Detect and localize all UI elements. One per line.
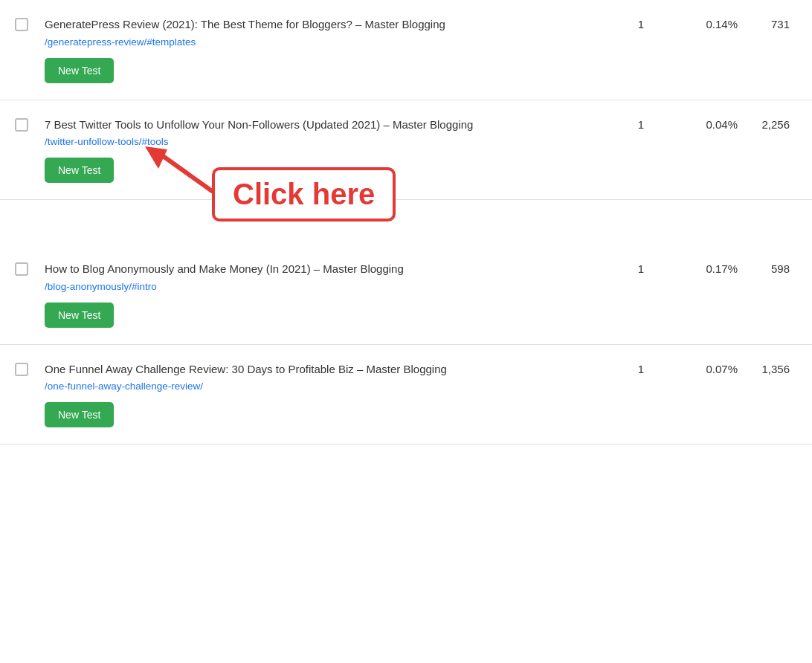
page-url[interactable]: /twitter-unfollow-tools/#tools xyxy=(45,136,611,147)
impressions-value: 2,256 xyxy=(738,117,797,131)
new-test-button[interactable]: New Test xyxy=(45,402,114,427)
checkbox-cell xyxy=(15,261,45,279)
row-checkbox[interactable] xyxy=(15,18,28,31)
impressions-value: 1,356 xyxy=(738,361,797,375)
impressions-value: 598 xyxy=(738,261,797,275)
table-row: How to Blog Anonymously and Make Money (… xyxy=(0,245,812,345)
title-cell: How to Blog Anonymously and Make Money (… xyxy=(45,261,611,328)
checkbox-cell xyxy=(15,361,45,379)
impressions-value: 731 xyxy=(738,16,797,30)
page-url[interactable]: /blog-anonymously/#intro xyxy=(45,281,611,292)
clicks-value: 1 xyxy=(611,16,671,30)
row-checkbox[interactable] xyxy=(15,363,28,376)
ctr-value: 0.07% xyxy=(671,361,738,375)
new-test-button[interactable]: New Test xyxy=(45,158,114,183)
page-url[interactable]: /generatepress-review/#templates xyxy=(45,36,611,48)
page-url[interactable]: /one-funnel-away-challenge-review/ xyxy=(45,381,611,392)
clicks-value: 1 xyxy=(611,261,671,275)
title-cell: One Funnel Away Challenge Review: 30 Day… xyxy=(45,361,611,428)
page-title: GeneratePress Review (2021): The Best Th… xyxy=(45,16,611,33)
row-checkbox[interactable] xyxy=(15,118,28,132)
page-title: How to Blog Anonymously and Make Money (… xyxy=(45,261,611,278)
table-row: GeneratePress Review (2021): The Best Th… xyxy=(0,0,812,100)
checkbox-cell xyxy=(15,16,45,34)
results-table: GeneratePress Review (2021): The Best Th… xyxy=(0,0,812,444)
clicks-value: 1 xyxy=(611,361,671,375)
ctr-value: 0.14% xyxy=(671,16,738,30)
checkbox-cell xyxy=(15,117,45,135)
page-title: One Funnel Away Challenge Review: 30 Day… xyxy=(45,361,611,378)
title-cell: 7 Best Twitter Tools to Unfollow Your No… xyxy=(45,117,611,184)
table-row: One Funnel Away Challenge Review: 30 Day… xyxy=(0,345,812,445)
clicks-value: 1 xyxy=(611,117,671,131)
ctr-value: 0.04% xyxy=(671,117,738,131)
new-test-button[interactable]: New Test xyxy=(45,303,114,328)
new-test-button[interactable]: New Test xyxy=(45,58,114,83)
table-row: 7 Best Twitter Tools to Unfollow Your No… xyxy=(0,100,812,201)
title-cell: GeneratePress Review (2021): The Best Th… xyxy=(45,16,611,83)
ctr-value: 0.17% xyxy=(671,261,738,275)
row-checkbox[interactable] xyxy=(15,262,28,276)
page-title: 7 Best Twitter Tools to Unfollow Your No… xyxy=(45,117,611,134)
